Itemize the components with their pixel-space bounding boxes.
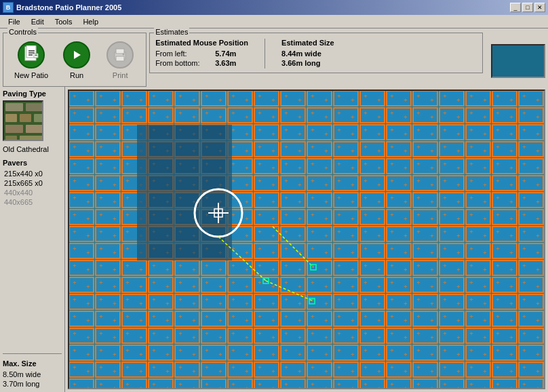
svg-rect-9 (116, 49, 124, 54)
long-value: 3.66m long (281, 59, 320, 67)
app-title: Bradstone Patio Planner 2005 (16, 3, 510, 12)
menu-help[interactable]: Help (77, 16, 104, 27)
controls-group: Controls + N (3, 33, 146, 87)
from-bottom-value: 3.63m (215, 59, 236, 67)
svg-rect-13 (5, 103, 23, 111)
svg-rect-17 (34, 114, 43, 122)
divider (265, 39, 265, 68)
svg-text:+: + (35, 53, 37, 58)
window-controls: _ □ ✕ (510, 3, 545, 12)
new-patio-icon: + (18, 41, 45, 68)
svg-rect-10 (116, 56, 124, 61)
svg-rect-14 (26, 103, 43, 111)
run-button[interactable]: Run (56, 39, 97, 82)
paver-440x440: 440x440 (3, 189, 62, 197)
svg-marker-7 (74, 51, 81, 59)
print-label: Print (113, 71, 128, 79)
estimates-group: Estimates Estimated Mouse Position From … (149, 33, 483, 73)
max-size-wide: 8.50m wide (3, 370, 62, 378)
mouse-position-col: Estimated Mouse Position From left: 5.74… (155, 39, 248, 68)
new-patio-button[interactable]: + New Patio (9, 39, 54, 82)
max-size-section: Max. Size 8.50m wide 3.70m long (3, 353, 62, 389)
controls-label: Controls (7, 28, 38, 36)
title-bar: B Bradstone Patio Planner 2005 _ □ ✕ (0, 0, 548, 15)
main-window: Controls + N (0, 28, 548, 392)
long-row: 3.66m long (281, 59, 334, 67)
from-left-row: From left: 5.74m (155, 50, 248, 58)
size-col: Estimated Size 8.44m wide 3.66m long (281, 39, 334, 68)
paver-215x665: 215x665 x0 (3, 179, 62, 187)
content-area: Paving Type Old Cathedral (0, 87, 548, 392)
print-icon (106, 41, 134, 68)
minimize-button[interactable]: _ (510, 3, 521, 12)
from-bottom-row: From bottom: 3.63m (155, 59, 248, 67)
run-icon (63, 41, 90, 68)
color-preview (491, 44, 545, 78)
close-button[interactable]: ✕ (534, 3, 545, 12)
paving-type-label: Paving Type (3, 90, 62, 98)
paver-215x440: 215x440 x0 (3, 170, 62, 178)
menu-file[interactable]: File (3, 16, 26, 27)
from-bottom-label: From bottom: (155, 59, 210, 67)
menu-bar: File Edit Tools Help (0, 15, 548, 28)
run-label: Run (70, 71, 83, 79)
wide-value: 8.44m wide (281, 50, 321, 58)
from-left-label: From left: (155, 50, 210, 58)
mouse-position-title: Estimated Mouse Position (155, 39, 248, 47)
svg-rect-21 (20, 136, 43, 141)
svg-rect-19 (26, 125, 43, 133)
toolbar-row: Controls + N (0, 28, 548, 87)
canvas-overlay-svg (69, 91, 544, 388)
from-left-value: 5.74m (215, 50, 236, 58)
estimates-label: Estimates (154, 28, 189, 36)
svg-rect-15 (5, 114, 17, 122)
paver-440x665: 440x665 (3, 198, 62, 206)
left-panel: Paving Type Old Cathedral (0, 87, 65, 392)
menu-tools[interactable]: Tools (50, 16, 78, 27)
size-title: Estimated Size (281, 39, 334, 47)
dark-region (137, 125, 232, 260)
svg-rect-16 (20, 114, 31, 122)
max-size-long: 3.70m long (3, 380, 62, 388)
new-patio-label: New Patio (14, 71, 48, 79)
maximize-button[interactable]: □ (522, 3, 533, 12)
print-button[interactable]: Print (100, 39, 140, 82)
measure-line-2 (266, 281, 313, 301)
svg-point-11 (123, 54, 125, 56)
app-icon: B (3, 2, 14, 13)
pavers-label: Pavers (3, 159, 62, 167)
patio-canvas[interactable] (68, 90, 545, 389)
svg-rect-18 (5, 125, 23, 133)
paving-thumbnail (3, 100, 43, 141)
menu-edit[interactable]: Edit (26, 16, 50, 27)
svg-rect-20 (5, 136, 17, 141)
paving-name: Old Cathedral (3, 145, 62, 153)
wide-row: 8.44m wide (281, 50, 334, 58)
measure-line-3 (273, 227, 313, 267)
max-size-label: Max. Size (3, 359, 62, 368)
